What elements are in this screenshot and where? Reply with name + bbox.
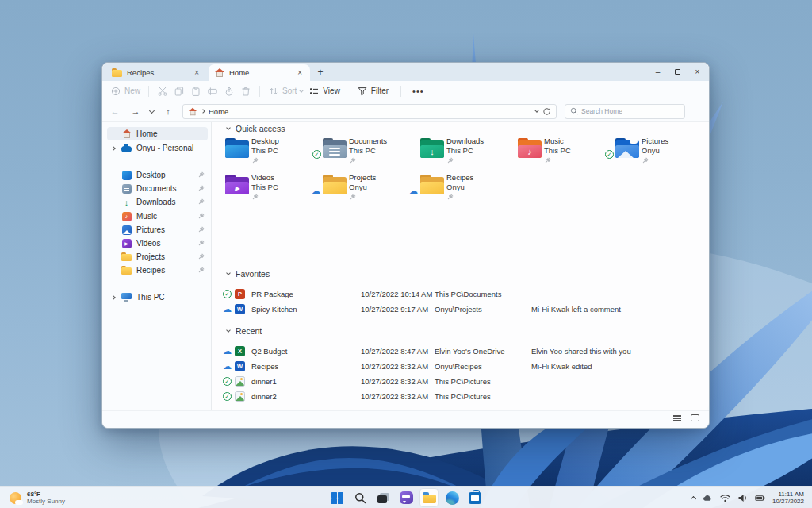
sidebar-item-home[interactable]: Home bbox=[107, 127, 208, 140]
file-row-spicy-kitchen[interactable]: ☁ W Spicy Kitchen 10/27/2022 9:17 AM Ony… bbox=[221, 302, 700, 317]
sort-button[interactable]: Sort bbox=[268, 86, 303, 97]
refresh-icon[interactable] bbox=[542, 107, 551, 116]
address-dropdown-icon[interactable] bbox=[534, 108, 539, 113]
search-input[interactable] bbox=[581, 107, 668, 115]
delete-icon[interactable] bbox=[240, 86, 251, 97]
quick-access-tile-documents[interactable]: ✓ DocumentsThis PC bbox=[319, 134, 416, 171]
file-name: Spicy Kitchen bbox=[251, 305, 297, 314]
sidebar-item-pictures[interactable]: Pictures bbox=[107, 223, 208, 237]
chat-button[interactable] bbox=[396, 488, 416, 507]
back-button[interactable]: ← bbox=[109, 106, 121, 116]
tab-recipes[interactable]: Recipes × bbox=[105, 64, 207, 81]
sidebar-item-this-pc[interactable]: This PC bbox=[107, 291, 208, 304]
file-row-q2-budget[interactable]: ☁ X Q2 Budget 10/27/2022 8:47 AM Elvin Y… bbox=[221, 344, 700, 359]
sidebar-item-music[interactable]: ♪ Music bbox=[107, 210, 208, 223]
clock[interactable]: 11:11 AM 10/27/2022 bbox=[772, 491, 804, 506]
quick-access-tile-pictures[interactable]: ✓ PicturesOnyu bbox=[611, 134, 709, 171]
folder-icon bbox=[323, 175, 347, 194]
task-view-button[interactable] bbox=[373, 488, 393, 507]
minimize-button[interactable]: – bbox=[648, 63, 668, 81]
quick-access-tile-videos[interactable]: ▶ VideosThis PC bbox=[221, 171, 319, 207]
sidebar-item-projects[interactable]: Projects bbox=[107, 250, 208, 264]
view-button[interactable]: View bbox=[308, 86, 340, 97]
file-location: Elvin Yoo's OneDrive bbox=[435, 347, 504, 356]
expand-chevron-icon[interactable] bbox=[111, 295, 116, 300]
cut-icon[interactable] bbox=[157, 86, 168, 97]
new-button[interactable]: New bbox=[110, 86, 140, 97]
tab-home[interactable]: Home × bbox=[209, 64, 310, 81]
share-icon[interactable] bbox=[224, 86, 235, 97]
quick-access-tile-projects[interactable]: ☁ ProjectsOnyu bbox=[319, 171, 416, 207]
pin-icon bbox=[197, 226, 205, 233]
details-view-icon[interactable] bbox=[673, 415, 681, 417]
pin-icon bbox=[197, 240, 205, 247]
quick-access-tile-desktop[interactable]: DesktopThis PC bbox=[221, 134, 319, 171]
close-tab-icon[interactable]: × bbox=[193, 68, 201, 77]
onedrive-tray-icon[interactable] bbox=[703, 493, 713, 503]
filter-button[interactable]: Filter bbox=[357, 86, 389, 97]
collapse-chevron-icon[interactable] bbox=[226, 271, 231, 275]
pin-icon bbox=[544, 157, 551, 164]
edge-button[interactable] bbox=[442, 488, 462, 507]
weather-widget[interactable]: 68°F Mostly Sunny bbox=[0, 487, 75, 508]
desktop[interactable]: Recipes × Home × + – × New bbox=[0, 0, 812, 508]
powerpoint-file-icon: P bbox=[235, 289, 245, 299]
pin-icon bbox=[349, 157, 356, 164]
videos-folder-icon: ▶ bbox=[225, 175, 249, 194]
downloads-icon: ↓ bbox=[121, 197, 132, 207]
close-tab-icon[interactable]: × bbox=[296, 68, 304, 77]
quick-access-tile-music[interactable]: ♪ MusicThis PC bbox=[514, 134, 611, 171]
recent-locations-chevron-icon[interactable] bbox=[149, 107, 155, 113]
forward-button[interactable]: → bbox=[129, 106, 142, 116]
start-button[interactable] bbox=[327, 488, 347, 507]
file-explorer-button[interactable] bbox=[419, 488, 439, 507]
sidebar-item-desktop[interactable]: Desktop bbox=[107, 168, 208, 182]
section-recent[interactable]: Recent bbox=[227, 326, 262, 336]
collapse-chevron-icon[interactable] bbox=[226, 125, 231, 130]
quick-access-tile-downloads[interactable]: ↓ DownloadsThis PC bbox=[416, 134, 514, 171]
copy-icon[interactable] bbox=[174, 86, 185, 97]
sidebar-item-onedrive[interactable]: Onyu - Personal bbox=[107, 141, 208, 155]
wifi-icon[interactable] bbox=[720, 493, 730, 503]
sidebar-item-videos[interactable]: ▶ Videos bbox=[107, 237, 208, 250]
maximize-button[interactable] bbox=[668, 63, 688, 81]
store-button[interactable] bbox=[465, 488, 485, 507]
sidebar-item-documents[interactable]: Documents bbox=[107, 182, 208, 195]
breadcrumb[interactable]: Home bbox=[209, 107, 228, 116]
folder-icon bbox=[420, 175, 444, 194]
section-quick-access[interactable]: Quick access bbox=[227, 124, 285, 133]
battery-icon[interactable] bbox=[755, 493, 765, 503]
tile-location: This PC bbox=[251, 183, 278, 192]
file-row-dinner1[interactable]: ✓ dinner1 10/27/2022 8:32 AM This PC\Pic… bbox=[221, 374, 700, 389]
file-row-recipes[interactable]: ☁ W Recipes 10/27/2022 8:32 AM Onyu\Reci… bbox=[221, 359, 700, 374]
collapse-chevron-icon[interactable] bbox=[226, 328, 231, 333]
sidebar-item-downloads[interactable]: ↓ Downloads bbox=[107, 195, 208, 209]
section-favorites[interactable]: Favorites bbox=[227, 269, 270, 279]
large-icons-view-icon[interactable] bbox=[691, 414, 699, 421]
more-options-button[interactable]: ••• bbox=[412, 87, 424, 96]
downloads-folder-icon: ↓ bbox=[420, 138, 444, 158]
search-box[interactable] bbox=[565, 104, 685, 119]
file-name: PR Package bbox=[251, 290, 293, 298]
show-hidden-icons-chevron[interactable] bbox=[691, 496, 696, 502]
quick-access-tile-recipes[interactable]: ☁ RecipesOnyu bbox=[416, 171, 514, 207]
expand-chevron-icon[interactable] bbox=[111, 146, 116, 151]
up-button[interactable]: ↑ bbox=[162, 106, 174, 116]
file-row-dinner2[interactable]: ✓ dinner2 10/27/2022 8:32 AM This PC\Pic… bbox=[221, 389, 700, 404]
status-bar bbox=[102, 410, 709, 428]
volume-icon[interactable] bbox=[737, 493, 748, 503]
navigation-pane: Home Onyu - Personal Desktop Documents bbox=[102, 122, 211, 410]
sidebar-item-recipes[interactable]: Recipes bbox=[107, 264, 208, 277]
taskbar-search-button[interactable] bbox=[350, 488, 370, 507]
rename-icon[interactable] bbox=[207, 86, 218, 97]
new-tab-button[interactable]: + bbox=[313, 66, 327, 79]
window-titlebar[interactable]: Recipes × Home × + – × bbox=[102, 63, 709, 81]
file-location: Onyu\Projects bbox=[435, 305, 482, 314]
documents-icon bbox=[121, 183, 132, 194]
weather-condition: Mostly Sunny bbox=[27, 498, 65, 506]
file-row-pr-package[interactable]: ✓ P PR Package 10/27/2022 10:14 AM This … bbox=[221, 287, 700, 302]
paste-icon[interactable] bbox=[190, 86, 201, 97]
filter-label: Filter bbox=[371, 87, 389, 95]
close-button[interactable]: × bbox=[688, 63, 707, 81]
address-bar[interactable]: Home bbox=[182, 104, 557, 119]
